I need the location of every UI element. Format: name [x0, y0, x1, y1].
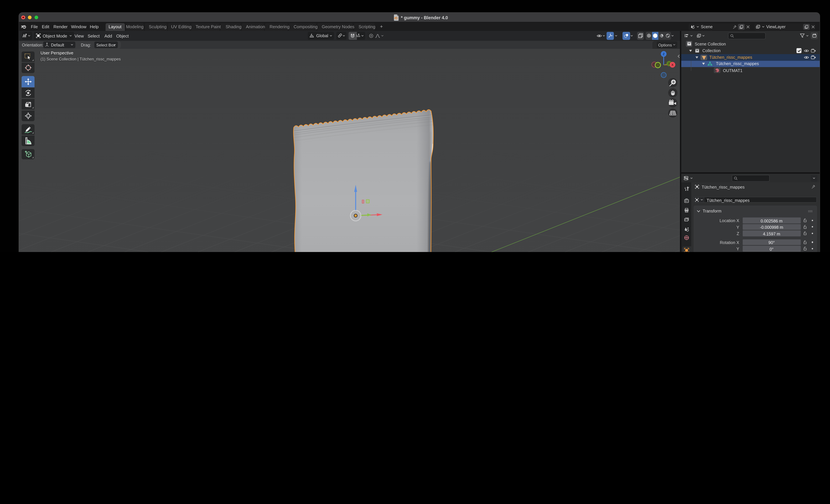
svg-text:Z: Z [663, 52, 665, 56]
svg-text:X: X [671, 63, 673, 67]
